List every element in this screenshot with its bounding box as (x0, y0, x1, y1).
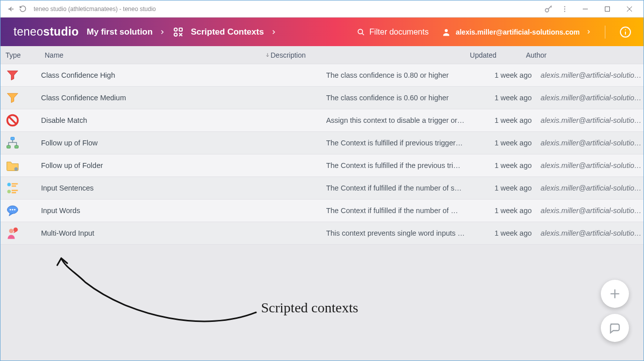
brand-bold: studio (43, 25, 79, 38)
row-author: alexis.miller@artificial-solutions.com (534, 184, 643, 192)
add-fab[interactable] (601, 280, 629, 308)
minimize-button[interactable] (574, 2, 596, 17)
user-icon (442, 28, 451, 37)
row-description: This context prevents single word inputs… (326, 229, 494, 237)
column-description[interactable]: Description (271, 51, 456, 59)
svg-point-3 (564, 11, 565, 12)
row-updated: 1 week ago (494, 161, 534, 169)
row-description: The Context if fulfilled if the number o… (326, 184, 494, 192)
row-description: The class confidence is 0.60 or higher (326, 94, 494, 102)
svg-rect-15 (15, 145, 18, 148)
row-author: alexis.miller@artificial-solutions.com (534, 229, 643, 237)
info-button[interactable] (618, 25, 632, 39)
svg-point-8 (358, 29, 362, 34)
maximize-button[interactable] (596, 2, 618, 17)
breadcrumb: My first solution Scripted Contexts (87, 26, 277, 39)
row-type-icon (6, 181, 41, 195)
kebab-menu-icon[interactable] (558, 3, 571, 15)
refresh-button[interactable] (17, 3, 29, 15)
scripted-contexts-icon (172, 26, 185, 39)
row-updated: 1 week ago (494, 229, 534, 237)
row-updated: 1 week ago (494, 94, 534, 102)
row-author: alexis.miller@artificial-solutions.com (534, 94, 643, 102)
table-row[interactable]: Follow up of FolderThe Context is fulfil… (1, 154, 643, 177)
row-description: The Context is fulfilled if the previous… (326, 161, 494, 169)
svg-rect-20 (12, 186, 16, 187)
table-row[interactable]: Class Confidence MediumThe class confide… (1, 87, 643, 109)
row-name: Class Confidence Medium (41, 94, 246, 102)
brand-logo[interactable]: teneostudio (14, 25, 79, 39)
row-name: Multi-Word Input (41, 229, 246, 237)
annotation-arrow (55, 252, 261, 337)
svg-point-26 (14, 209, 16, 211)
svg-point-11 (625, 29, 626, 30)
chevron-right-icon (585, 29, 592, 36)
row-description: The class confidence is 0.80 or higher (326, 71, 494, 79)
back-button[interactable] (5, 3, 17, 15)
svg-rect-14 (7, 145, 11, 148)
row-author: alexis.miller@artificial-solutions.com (534, 71, 643, 79)
filter-label: Filter documents (369, 28, 429, 37)
row-updated: 1 week ago (494, 184, 534, 192)
svg-rect-4 (605, 7, 610, 11)
svg-rect-19 (12, 183, 18, 185)
row-name: Input Sentences (41, 184, 246, 192)
table-row[interactable]: Follow up of FlowThe Context is fulfille… (1, 132, 643, 154)
table-row[interactable]: Input WordsThe Context if fulfilled if t… (1, 200, 643, 222)
row-description: The Context is fulfilled if previous tri… (326, 139, 494, 147)
column-name[interactable]: Name (45, 51, 271, 59)
svg-point-9 (445, 29, 448, 32)
row-name: Follow up of Folder (41, 161, 246, 169)
row-description: The Context if fulfilled if the number o… (326, 207, 494, 215)
svg-point-28 (14, 228, 18, 232)
table-row[interactable]: Disable MatchAssign this context to disa… (1, 109, 643, 132)
row-author: alexis.miller@artificial-solutions.com (534, 139, 643, 147)
row-type-icon (6, 158, 41, 172)
breadcrumb-solution[interactable]: My first solution (87, 27, 153, 37)
row-name: Follow up of Flow (41, 139, 246, 147)
svg-point-25 (12, 209, 14, 211)
breadcrumb-section[interactable]: Scripted Contexts (191, 27, 264, 37)
row-type-icon (6, 136, 41, 150)
column-type[interactable]: Type (6, 51, 45, 59)
row-type-icon (6, 113, 41, 127)
window-title: teneo studio (athleticmanatees) - teneo … (34, 6, 156, 13)
application-window: teneo studio (athleticmanatees) - teneo … (0, 0, 644, 361)
close-button[interactable] (618, 2, 640, 17)
svg-point-18 (8, 190, 11, 194)
table-row[interactable]: Class Confidence HighThe class confidenc… (1, 64, 643, 87)
row-author: alexis.miller@artificial-solutions.com (534, 207, 643, 215)
svg-point-2 (564, 8, 565, 9)
row-updated: 1 week ago (494, 71, 534, 79)
svg-point-7 (174, 33, 177, 36)
key-icon[interactable] (542, 3, 555, 15)
column-updated[interactable]: Updated (456, 51, 502, 59)
chevron-right-icon (270, 29, 277, 36)
row-author: alexis.miller@artificial-solutions.com (534, 161, 643, 169)
app-header: teneostudio My first solution Scripted C… (1, 18, 643, 46)
column-header-row: Type Name Description Updated Author (1, 46, 643, 64)
row-name: Disable Match (41, 116, 246, 124)
svg-point-5 (174, 28, 177, 31)
vertical-divider (605, 26, 605, 39)
table-row[interactable]: Multi-Word InputThis context prevents si… (1, 222, 643, 245)
user-email: alexis.miller@artificial-solutions.com (456, 28, 580, 36)
svg-point-1 (564, 6, 565, 7)
row-name: Input Words (41, 207, 246, 215)
title-bar: teneo studio (athleticmanatees) - teneo … (1, 1, 643, 18)
row-updated: 1 week ago (494, 139, 534, 147)
row-updated: 1 week ago (494, 116, 534, 124)
filter-documents-button[interactable]: Filter documents (356, 28, 429, 37)
svg-rect-21 (12, 190, 18, 192)
row-type-icon (6, 68, 41, 82)
table-row[interactable]: Input SentencesThe Context if fulfilled … (1, 177, 643, 200)
row-type-icon (6, 204, 41, 218)
svg-rect-13 (11, 137, 15, 140)
chat-fab[interactable] (601, 314, 629, 342)
svg-point-17 (8, 183, 11, 187)
row-author: alexis.miller@artificial-solutions.com (534, 116, 643, 124)
annotation-label: Scripted contexts (261, 300, 358, 316)
column-author[interactable]: Author (502, 51, 547, 59)
user-menu[interactable]: alexis.miller@artificial-solutions.com (442, 28, 592, 37)
row-name: Class Confidence High (41, 71, 246, 79)
